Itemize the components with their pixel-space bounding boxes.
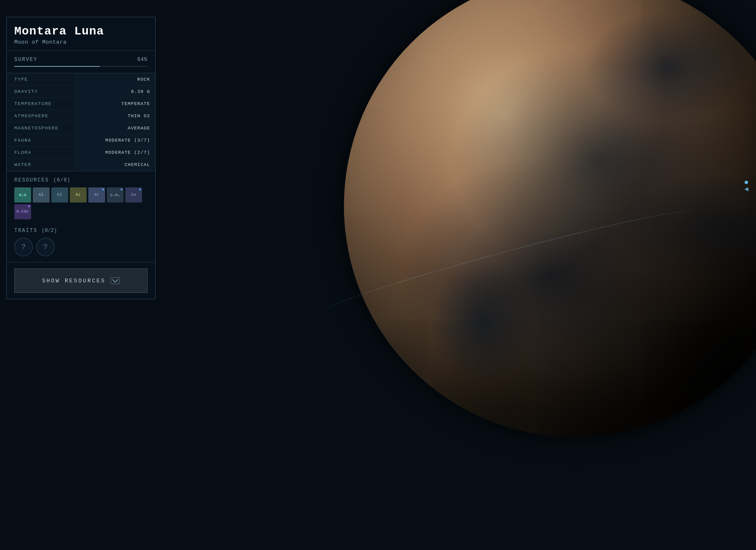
- nav-dot: [745, 181, 748, 184]
- resource-chip[interactable]: Al: [33, 187, 50, 203]
- planet-name: Montara Luna: [14, 25, 148, 38]
- stat-row: GRAVITY0.39 G: [7, 86, 155, 98]
- survey-section: SURVEY 64%: [7, 51, 155, 73]
- stat-value: MODERATE (3/7): [74, 134, 155, 146]
- stat-label: FAUNA: [7, 134, 74, 146]
- resource-chip[interactable]: H₂O: [14, 187, 31, 203]
- stat-value: 0.39 G: [74, 86, 155, 97]
- survey-bar-fill: [14, 66, 100, 67]
- stat-value: CHEMICAL: [74, 159, 155, 171]
- stat-label: TEMPERATURE: [7, 98, 74, 110]
- stat-value: TEMPERATE: [74, 98, 155, 110]
- resource-chip[interactable]: Ni: [70, 187, 87, 203]
- resource-chip[interactable]: Ar: [88, 187, 105, 203]
- resources-label: RESOURCES: [14, 177, 49, 183]
- resources-grid: H₂OAlClNiArCₓHₙCoR-COC: [14, 187, 148, 219]
- show-resources-button[interactable]: SHOW RESOURCES: [14, 268, 148, 293]
- traits-count: (0/2): [42, 228, 57, 234]
- resource-chip[interactable]: R-COC: [14, 204, 31, 219]
- resource-chip[interactable]: Co: [125, 187, 142, 203]
- stat-value: MODERATE (2/7): [74, 147, 155, 158]
- panel-header: Montara Luna Moon of Montara: [7, 17, 155, 51]
- stat-row: ATMOSPHERETHIN O2: [7, 110, 155, 122]
- stat-label: TYPE: [7, 74, 74, 85]
- resource-chip[interactable]: Cl: [51, 187, 68, 203]
- stat-label: WATER: [7, 159, 74, 171]
- stats-table: TYPEROCKGRAVITY0.39 GTEMPERATURETEMPERAT…: [7, 73, 155, 171]
- stat-row: FLORAMODERATE (2/7): [7, 147, 155, 159]
- stat-value: THIN O2: [74, 110, 155, 122]
- planet-subtitle: Moon of Montara: [14, 39, 148, 45]
- survey-percent: 64%: [137, 57, 148, 63]
- stat-row: TEMPERATURETEMPERATE: [7, 98, 155, 110]
- button-section: SHOW RESOURCES: [7, 262, 155, 299]
- resources-section: RESOURCES (6/8) H₂OAlClNiArCₓHₙCoR-COC: [7, 171, 155, 224]
- survey-label: SURVEY: [14, 57, 37, 63]
- stat-label: ATMOSPHERE: [7, 110, 74, 122]
- planet-container: [344, 0, 756, 437]
- traits-section: TRAITS (0/2) ??: [7, 224, 155, 262]
- traits-unknowns-container: ??: [14, 238, 148, 256]
- survey-bar-background: [14, 66, 148, 67]
- stat-label: MAGNETOSPHERE: [7, 122, 74, 134]
- resources-header: RESOURCES (6/8): [14, 177, 148, 183]
- traits-label: TRAITS: [14, 228, 37, 234]
- trait-unknown-circle[interactable]: ?: [14, 238, 33, 256]
- nav-arrow-right[interactable]: ◄: [744, 181, 748, 193]
- stat-row: FAUNAMODERATE (3/7): [7, 134, 155, 147]
- stat-row: TYPEROCK: [7, 74, 155, 86]
- show-resources-label: SHOW RESOURCES: [42, 278, 106, 284]
- stat-row: MAGNETOSPHEREAVERAGE: [7, 122, 155, 134]
- stat-row: WATERCHEMICAL: [7, 159, 155, 171]
- stat-value: ROCK: [74, 74, 155, 85]
- nav-chevron-icon[interactable]: ◄: [744, 186, 748, 193]
- planet-sphere: [344, 0, 756, 437]
- resource-chip[interactable]: CₓHₙ: [107, 187, 124, 203]
- traits-header: TRAITS (0/2): [14, 228, 148, 234]
- stat-value: AVERAGE: [74, 122, 155, 134]
- resources-count: (6/8): [53, 177, 71, 183]
- button-icon: [111, 277, 120, 284]
- stat-label: GRAVITY: [7, 86, 74, 97]
- survey-row: SURVEY 64%: [14, 57, 148, 63]
- info-panel: Montara Luna Moon of Montara SURVEY 64% …: [6, 17, 156, 299]
- stat-label: FLORA: [7, 147, 74, 158]
- trait-unknown-circle[interactable]: ?: [36, 238, 55, 256]
